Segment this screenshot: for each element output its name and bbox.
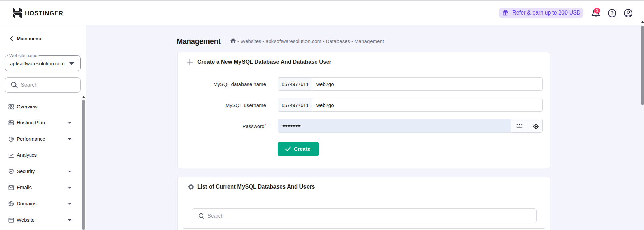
svg-text:?: ? [610,10,613,16]
